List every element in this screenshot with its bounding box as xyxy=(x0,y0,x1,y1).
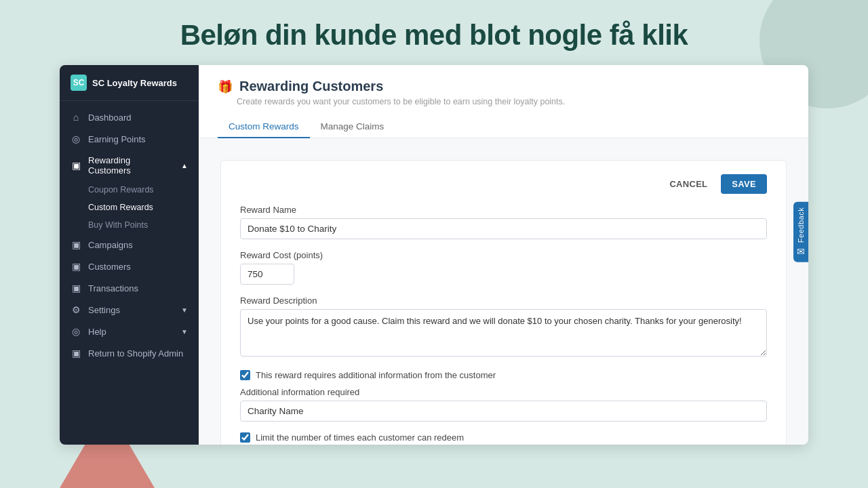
save-button[interactable]: SAVE xyxy=(721,174,767,194)
sidebar-item-help[interactable]: ◎ Help ▼ xyxy=(60,321,199,342)
logo-text: SC Loyalty Rewards xyxy=(92,78,177,88)
sidebar-item-label: Rewarding Customers xyxy=(88,155,174,176)
campaigns-icon: ▣ xyxy=(71,239,81,250)
chevron-down-icon: ▼ xyxy=(181,306,188,314)
checkbox2-label: Limit the number of times each customer … xyxy=(256,432,464,443)
sidebar-item-dashboard[interactable]: ⌂ Dashboard xyxy=(60,106,199,128)
reward-name-label: Reward Name xyxy=(240,205,767,215)
sidebar-item-earning-points[interactable]: ◎ Earning Points xyxy=(60,128,199,150)
return-shopify-icon: ▣ xyxy=(71,348,81,359)
additional-info-checkbox[interactable] xyxy=(240,370,250,380)
reward-cost-row: Reward Cost (points) xyxy=(240,250,767,285)
sidebar-item-settings[interactable]: ⚙ Settings ▼ xyxy=(60,299,199,321)
tabs-bar: Custom Rewards Manage Claims xyxy=(218,116,789,138)
customers-icon: ▣ xyxy=(71,261,81,272)
sidebar-item-label: Help xyxy=(88,327,174,337)
sidebar-item-return-shopify[interactable]: ▣ Return to Shopify Admin xyxy=(60,342,199,364)
feedback-tab[interactable]: Feedback ✉ xyxy=(793,202,808,262)
sidebar-sub-item-buy-with-points[interactable]: Buy With Points xyxy=(60,216,199,234)
form-area: CANCEL SAVE Reward Name Reward Cost (poi… xyxy=(220,160,787,445)
cancel-button[interactable]: CANCEL xyxy=(660,174,717,194)
reward-desc-label: Reward Description xyxy=(240,296,767,306)
coupon-rewards-label: Coupon Rewards xyxy=(88,185,154,195)
sidebar: SC SC Loyalty Rewards ⌂ Dashboard ◎ Earn… xyxy=(60,65,199,445)
sidebar-item-label: Transactions xyxy=(88,283,188,293)
chevron-down-icon: ▼ xyxy=(181,328,188,336)
reward-cost-label: Reward Cost (points) xyxy=(240,250,767,260)
earning-points-icon: ◎ xyxy=(71,134,81,144)
reward-name-row: Reward Name xyxy=(240,205,767,239)
page-header: Beløn din kunde med blot nogle få klik xyxy=(0,0,868,65)
sidebar-item-label: Customers xyxy=(88,262,188,272)
sidebar-item-label: Return to Shopify Admin xyxy=(88,348,188,359)
hero-title: Beløn din kunde med blot nogle få klik xyxy=(0,19,868,52)
chevron-up-icon: ▲ xyxy=(181,162,188,169)
content-header: 🎁 Rewarding Customers Create rewards you… xyxy=(199,65,808,138)
sidebar-nav: ⌂ Dashboard ◎ Earning Points ▣ Rewarding… xyxy=(60,101,199,445)
checkbox1-row: This reward requires additional informat… xyxy=(240,370,767,422)
settings-icon: ⚙ xyxy=(71,304,81,315)
content-title: Rewarding Customers xyxy=(239,79,383,94)
help-icon: ◎ xyxy=(71,326,81,337)
sidebar-logo: SC SC Loyalty Rewards xyxy=(60,65,199,101)
reward-desc-row: Reward Description Use your points for a… xyxy=(240,296,767,359)
feedback-label: Feedback xyxy=(797,207,805,243)
reward-desc-textarea[interactable]: Use your points for a good cause. Claim … xyxy=(240,309,767,357)
content-title-row: 🎁 Rewarding Customers xyxy=(218,79,789,94)
tab-custom-rewards[interactable]: Custom Rewards xyxy=(218,116,310,138)
transactions-icon: ▣ xyxy=(71,283,81,293)
reward-cost-input[interactable] xyxy=(240,264,294,285)
tab-manage-claims[interactable]: Manage Claims xyxy=(310,116,395,138)
feedback-icon: ✉ xyxy=(797,246,805,257)
sidebar-item-transactions[interactable]: ▣ Transactions xyxy=(60,277,199,299)
additional-info-label: Additional information required xyxy=(240,387,767,397)
sidebar-item-campaigns[interactable]: ▣ Campaigns xyxy=(60,234,199,256)
rewarding-customers-icon: ▣ xyxy=(71,160,81,171)
app-container: SC SC Loyalty Rewards ⌂ Dashboard ◎ Earn… xyxy=(60,65,808,445)
sidebar-item-label: Settings xyxy=(88,305,174,315)
sidebar-item-rewarding-customers[interactable]: ▣ Rewarding Customers ▲ xyxy=(60,150,199,181)
checkbox2-row: Limit the number of times each customer … xyxy=(240,432,767,445)
checkbox1-label: This reward requires additional informat… xyxy=(256,370,496,380)
logo-icon: SC xyxy=(71,75,87,91)
additional-info-input[interactable] xyxy=(240,401,767,422)
sidebar-item-label: Dashboard xyxy=(88,113,188,123)
sidebar-item-label: Earning Points xyxy=(88,134,188,144)
main-content: 🎁 Rewarding Customers Create rewards you… xyxy=(199,65,808,445)
sidebar-item-customers[interactable]: ▣ Customers xyxy=(60,256,199,277)
sidebar-sub-item-coupon-rewards[interactable]: Coupon Rewards xyxy=(60,181,199,199)
limit-per-customer-checkbox[interactable] xyxy=(240,432,250,443)
dashboard-icon: ⌂ xyxy=(71,112,81,123)
rewarding-icon: 🎁 xyxy=(218,79,233,94)
sidebar-item-label: Campaigns xyxy=(88,240,188,250)
content-subtitle: Create rewards you want your customers t… xyxy=(218,97,789,106)
custom-rewards-label: Custom Rewards xyxy=(88,203,153,212)
sidebar-sub-item-custom-rewards[interactable]: Custom Rewards xyxy=(60,199,199,216)
buy-with-points-label: Buy With Points xyxy=(88,220,148,230)
additional-info-section: Additional information required xyxy=(240,387,767,422)
reward-name-input[interactable] xyxy=(240,218,767,239)
